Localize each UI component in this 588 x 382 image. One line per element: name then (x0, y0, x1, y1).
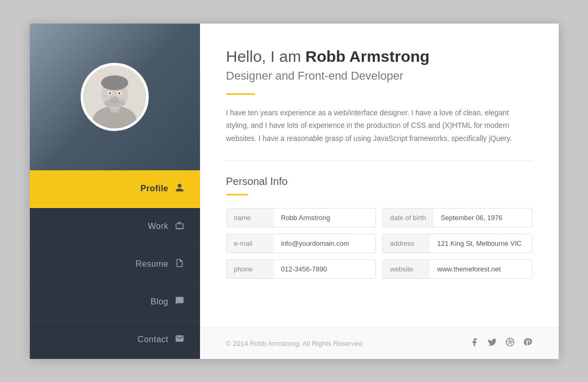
info-cell-email: e-mail info@yourdomain.com (226, 234, 376, 253)
info-row-1: name Robb Armstrong date of birth Septem… (226, 208, 532, 227)
dribbble-icon[interactable] (505, 337, 515, 350)
nav-blog[interactable]: Blog (30, 283, 200, 321)
dob-value: September 06, 1976 (434, 209, 532, 227)
info-grid: name Robb Armstrong date of birth Septem… (226, 208, 532, 279)
facebook-icon[interactable] (470, 337, 479, 350)
pinterest-icon[interactable] (523, 337, 532, 350)
phone-value: 012-3456-7890 (274, 260, 376, 278)
app-wrapper: Profile Work Resume Blog Contact (30, 24, 559, 359)
main-content: Hello, I am Robb Armstrong Designer and … (200, 24, 559, 328)
svg-point-8 (109, 92, 111, 94)
work-icon (175, 221, 184, 233)
sidebar: Profile Work Resume Blog Contact (30, 24, 200, 359)
profile-icon (175, 183, 184, 195)
address-value: 121 King St, Melbourne VIC (430, 234, 532, 253)
dob-label: date of birth (383, 209, 434, 227)
info-cell-website: website www.themeforest.net (382, 259, 532, 279)
hello-prefix: Hello, I am (226, 48, 306, 65)
svg-point-5 (104, 99, 125, 107)
twitter-icon[interactable] (487, 337, 497, 350)
main-panel: Hello, I am Robb Armstrong Designer and … (200, 24, 559, 359)
personal-info-accent-line (226, 194, 248, 195)
website-value: www.themeforest.net (430, 260, 532, 278)
contact-icon (175, 334, 184, 346)
nav-resume[interactable]: Resume (30, 246, 200, 283)
nav-profile[interactable]: Profile (30, 170, 200, 208)
hello-title: Hello, I am Robb Armstrong (226, 47, 532, 66)
hero-subtitle: Designer and Front-end Developer (226, 69, 532, 83)
phone-label: phone (227, 260, 274, 278)
info-cell-name: name Robb Armstrong (226, 208, 376, 227)
address-label: address (383, 234, 430, 253)
info-row-3: phone 012-3456-7890 website www.themefor… (226, 259, 532, 279)
hero-name: Robb Armstrong (305, 48, 429, 65)
personal-info-title: Personal Info (226, 176, 532, 188)
accent-line (226, 93, 255, 95)
avatar (81, 63, 149, 131)
info-cell-phone: phone 012-3456-7890 (226, 259, 376, 279)
social-icons (470, 337, 532, 350)
bio-text: I have ten years experience as a web/int… (226, 106, 532, 145)
info-cell-dob: date of birth September 06, 1976 (382, 208, 532, 227)
svg-point-9 (118, 92, 120, 94)
name-label: name (227, 209, 274, 227)
footer-copyright: © 2014 Robb Armstrong. All Rights Reserv… (226, 340, 362, 347)
nav-contact[interactable]: Contact (30, 321, 200, 359)
info-cell-address: address 121 King St, Melbourne VIC (382, 234, 532, 253)
email-value: info@yourdomain.com (274, 234, 376, 253)
website-label: website (383, 260, 430, 278)
email-label: e-mail (227, 234, 274, 253)
nav-work[interactable]: Work (30, 208, 200, 246)
name-value: Robb Armstrong (274, 209, 376, 227)
avatar-area (30, 24, 200, 170)
resume-icon (175, 258, 184, 270)
info-row-2: e-mail info@yourdomain.com address 121 K… (226, 234, 532, 253)
section-divider (226, 160, 532, 161)
main-footer: © 2014 Robb Armstrong. All Rights Reserv… (200, 328, 559, 359)
blog-icon (175, 296, 184, 308)
svg-point-4 (101, 75, 128, 90)
